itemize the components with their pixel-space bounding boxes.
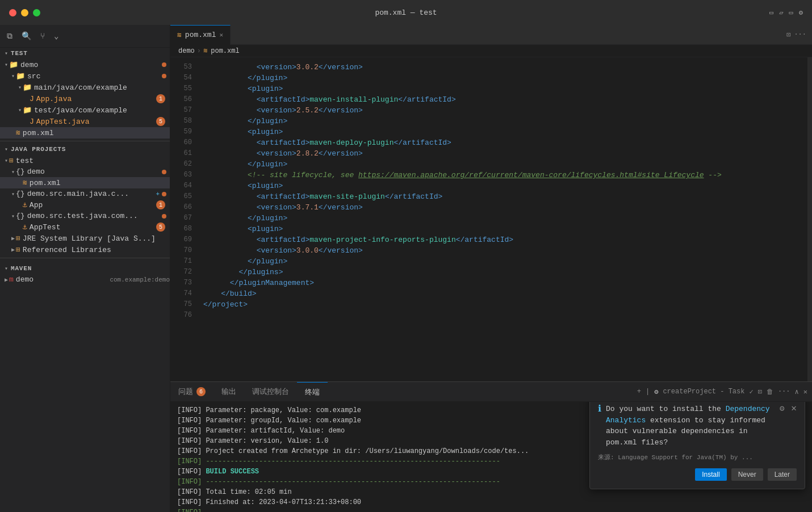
code-line-75: </project> xyxy=(203,299,807,310)
terminal-content[interactable]: [INFO] Parameter: package, Value: com.ex… xyxy=(170,402,812,512)
breadcrumb-pom-xml[interactable]: pom.xml xyxy=(211,47,239,55)
copy-icon[interactable]: ⧉ xyxy=(7,32,12,41)
close-button[interactable] xyxy=(9,9,16,16)
maven-icon: m xyxy=(9,275,14,284)
sidebar-item-demo-maven[interactable]: ▶ m demo com.example:demo xyxy=(0,274,170,285)
task-check-icon: ✓ xyxy=(749,388,753,396)
notif-gear-icon[interactable]: ⚙ xyxy=(780,404,784,414)
log-line-11: [INFO] ---------------------------------… xyxy=(177,507,805,512)
log-line-10: [INFO] Finished at: 2023-04-07T13:21:33+… xyxy=(177,497,805,507)
demo-label: demo xyxy=(20,61,162,69)
notif-later-button[interactable]: Later xyxy=(768,468,797,481)
chevron-down-icon[interactable]: ⌄ xyxy=(54,31,58,41)
sidebar-item-jre[interactable]: ▶ ⊞ JRE System Library [Java S...] xyxy=(0,233,170,244)
sidebar-item-pom-xml-proj[interactable]: ▶ ≋ pom.xml xyxy=(0,177,170,188)
code-line-54: </plugin> xyxy=(203,73,807,83)
main-java-arrow: ▾ xyxy=(18,84,22,91)
panel-tab-problems[interactable]: 问题 6 xyxy=(170,382,214,402)
tab-pom-xml-close[interactable]: ✕ xyxy=(219,31,223,39)
notif-install-button[interactable]: Install xyxy=(695,468,726,481)
more-panel-icon[interactable]: ··· xyxy=(778,388,790,396)
more-actions-icon[interactable]: ··· xyxy=(794,31,806,39)
sidebar-item-app-java[interactable]: ▶ J App.java 1 xyxy=(0,93,170,104)
maven-divider xyxy=(0,258,170,258)
sidebar-item-demo-proj[interactable]: ▾ {} demo xyxy=(0,166,170,177)
sidebar-item-test-proj[interactable]: ▾ ⊞ test xyxy=(0,155,170,166)
test-proj-icon: ⊞ xyxy=(9,156,14,165)
demo-src-main-icon: {} xyxy=(16,190,25,198)
chevron-up-icon[interactable]: ∧ xyxy=(795,388,799,396)
git-icon[interactable]: ⑂ xyxy=(40,32,45,41)
output-label: 输出 xyxy=(221,387,236,397)
panel-tab-actions: + | ⚙ createProject - Task ✓ ⊡ 🗑 ··· ∧ ✕ xyxy=(637,388,812,396)
demo-src-test-arrow: ▾ xyxy=(11,213,15,220)
code-content[interactable]: <version>3.0.2</version> </plugin> <plug… xyxy=(199,57,807,381)
close-panel-icon[interactable]: ✕ xyxy=(803,388,807,396)
java-file-icon: J xyxy=(30,95,34,103)
code-line-66: <version>3.7.1</version> xyxy=(203,202,807,213)
add-icon[interactable]: + xyxy=(156,191,160,198)
sidebar-item-app-proj[interactable]: ▶ ⚓ App 1 xyxy=(0,199,170,211)
task-label: createProject - Task xyxy=(663,388,744,396)
ref-libs-label: Referenced Libraries xyxy=(23,246,170,254)
sidebar-item-test-java[interactable]: ▾ 📁 test/java/com/example xyxy=(0,104,170,116)
layout-icon-3[interactable]: ▭ xyxy=(789,9,793,17)
test-java-arrow: ▾ xyxy=(18,107,22,114)
demo-src-main-label: demo.src.main.java.c... xyxy=(27,190,156,198)
breadcrumb: demo › ≋ pom.xml xyxy=(170,45,812,57)
notif-never-button[interactable]: Never xyxy=(731,468,763,481)
problems-label: 问题 xyxy=(178,387,193,397)
delete-panel-icon[interactable]: 🗑 xyxy=(767,388,773,396)
folder-icon: 📁 xyxy=(9,60,18,69)
minimize-button[interactable] xyxy=(21,9,28,16)
sidebar-item-apptest-proj[interactable]: ▶ ⚓ AppTest 5 xyxy=(0,221,170,233)
maven-section-header[interactable]: ▾ MAVEN xyxy=(0,263,170,274)
code-line-64: <plugin> xyxy=(203,181,807,191)
code-line-68: <plugin> xyxy=(203,224,807,234)
code-line-67: </plugin> xyxy=(203,213,807,224)
demo-proj-dot xyxy=(162,170,166,174)
sidebar-item-demo-src-test[interactable]: ▾ {} demo.src.test.java.com... xyxy=(0,211,170,221)
add-terminal-icon[interactable]: + xyxy=(637,388,641,396)
debug-label: 调试控制台 xyxy=(252,387,289,397)
maven-arrow: ▾ xyxy=(5,265,9,272)
java-projects-section-header[interactable]: ▾ JAVA PROJECTS xyxy=(0,144,170,155)
layout-icon-1[interactable]: ▭ xyxy=(769,9,773,17)
sidebar-item-apptest-java[interactable]: ▶ J AppTest.java 5 xyxy=(0,116,170,127)
code-editor[interactable]: 5354555657 5859606162 6364656667 6869707… xyxy=(170,57,812,381)
sidebar-item-main-java[interactable]: ▾ 📁 main/java/com/example xyxy=(0,82,170,93)
code-line-70: <version>3.0.0</version> xyxy=(203,245,807,256)
sidebar-item-src[interactable]: ▾ 📁 src xyxy=(0,70,170,82)
maximize-button[interactable] xyxy=(33,9,40,16)
test-section-arrow: ▾ xyxy=(5,50,9,57)
apptest-proj-label: AppTest xyxy=(30,223,156,232)
window-title: pom.xml — test xyxy=(375,9,437,17)
demo-maven-label: demo xyxy=(16,275,107,284)
layout-icon-2[interactable]: ▱ xyxy=(779,9,783,17)
panel-tab-terminal[interactable]: 终端 xyxy=(297,382,328,402)
tab-pom-xml[interactable]: ≋ pom.xml ✕ xyxy=(170,25,231,45)
notification-popup: ℹ Do you want to install the Dependency … xyxy=(589,402,805,489)
sidebar-item-ref-libs[interactable]: ▶ ⊞ Referenced Libraries xyxy=(0,244,170,255)
panel-tab-output[interactable]: 输出 xyxy=(214,382,244,402)
demo-arrow: ▾ xyxy=(5,61,8,68)
search-icon[interactable]: 🔍 xyxy=(22,31,31,41)
breadcrumb-demo[interactable]: demo xyxy=(178,47,195,55)
sidebar-item-pom-xml[interactable]: ▶ ≋ pom.xml xyxy=(0,127,170,139)
sidebar-item-demo-src-main[interactable]: ▾ {} demo.src.main.java.c... + xyxy=(0,188,170,199)
editor-scrollbar[interactable] xyxy=(807,57,812,381)
test-section-header[interactable]: ▾ TEST xyxy=(0,48,170,59)
src-arrow: ▾ xyxy=(11,73,15,79)
split-panel-icon[interactable]: ⊡ xyxy=(758,388,762,396)
panel-tab-debug[interactable]: 调试控制台 xyxy=(244,382,297,402)
code-line-58: </plugin> xyxy=(203,116,807,127)
terminal-label: 终端 xyxy=(305,387,320,397)
settings-icon[interactable]: ⚙ xyxy=(799,9,803,17)
notif-close-icon[interactable]: ✕ xyxy=(791,404,797,414)
pom-xml-proj-label: pom.xml xyxy=(30,179,170,187)
src-dot xyxy=(162,74,166,78)
split-editor-icon[interactable]: ⊡ xyxy=(786,31,790,39)
sidebar-item-demo[interactable]: ▾ 📁 demo xyxy=(0,59,170,70)
demo-proj-label: demo xyxy=(27,167,162,176)
demo-maven-sub: com.example:demo xyxy=(110,276,170,283)
